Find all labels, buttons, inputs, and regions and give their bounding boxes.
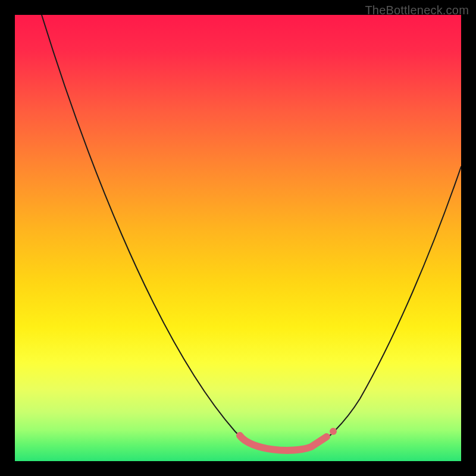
chart-svg bbox=[15, 15, 461, 461]
valley-highlight bbox=[240, 436, 327, 450]
chart-root: TheBottleneck.com bbox=[0, 0, 476, 476]
watermark-text: TheBottleneck.com bbox=[365, 4, 469, 17]
plot-area bbox=[15, 15, 461, 461]
main-curve-line bbox=[42, 15, 461, 452]
marker-dot bbox=[330, 428, 337, 435]
